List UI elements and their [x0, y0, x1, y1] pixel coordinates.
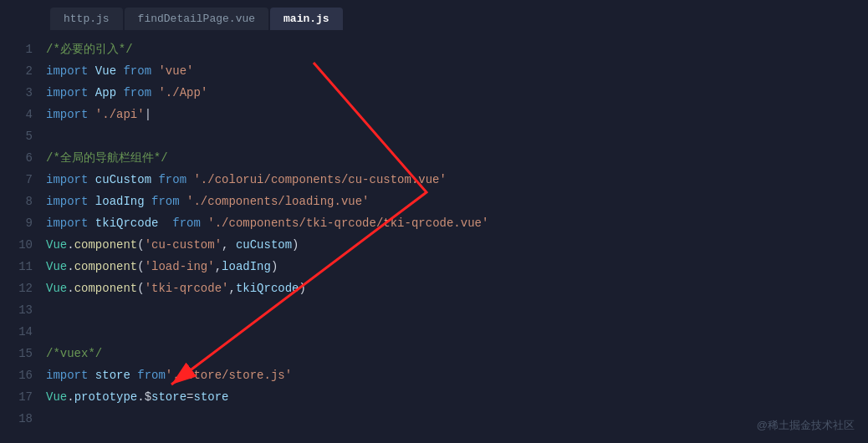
code-area: 123456789101112131415161718 /*必要的引入*/imp…	[0, 32, 868, 443]
tab-main[interactable]: main.js	[270, 8, 343, 30]
tab-finddetail[interactable]: findDetailPage.vue	[125, 8, 268, 30]
code-content: /*必要的引入*/import Vue from 'vue'import App…	[46, 38, 868, 436]
line-numbers: 123456789101112131415161718	[0, 38, 46, 436]
tab-http[interactable]: http.js	[50, 8, 123, 30]
tab-bar: http.js findDetailPage.vue main.js	[0, 0, 868, 32]
watermark: @稀土掘金技术社区	[757, 418, 855, 433]
editor: http.js findDetailPage.vue main.js 12345…	[0, 0, 868, 443]
